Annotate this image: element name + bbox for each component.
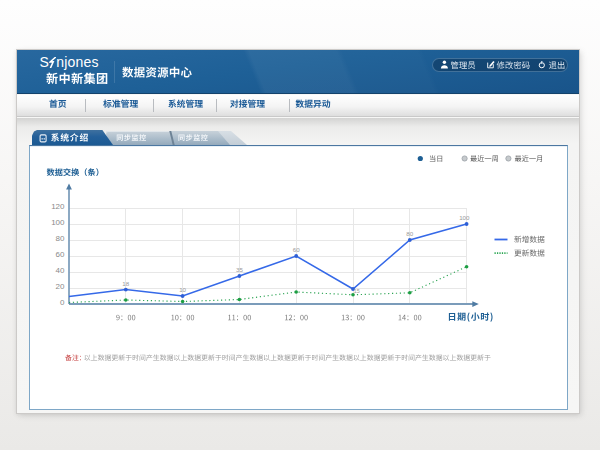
- svg-text:60: 60: [56, 250, 65, 259]
- svg-text:80: 80: [56, 234, 65, 243]
- svg-text:10: 10: [179, 286, 186, 293]
- svg-text:100: 100: [459, 214, 470, 221]
- svg-text:120: 120: [51, 202, 65, 211]
- svg-text:18: 18: [122, 280, 129, 287]
- svg-text:15: 15: [354, 288, 360, 294]
- svg-text:20: 20: [56, 282, 65, 291]
- svg-text:40: 40: [56, 266, 65, 275]
- svg-text:60: 60: [293, 246, 300, 253]
- svg-text:0: 0: [60, 298, 65, 307]
- svg-text:100: 100: [51, 218, 65, 227]
- svg-text:35: 35: [236, 266, 243, 273]
- svg-text:80: 80: [406, 230, 413, 237]
